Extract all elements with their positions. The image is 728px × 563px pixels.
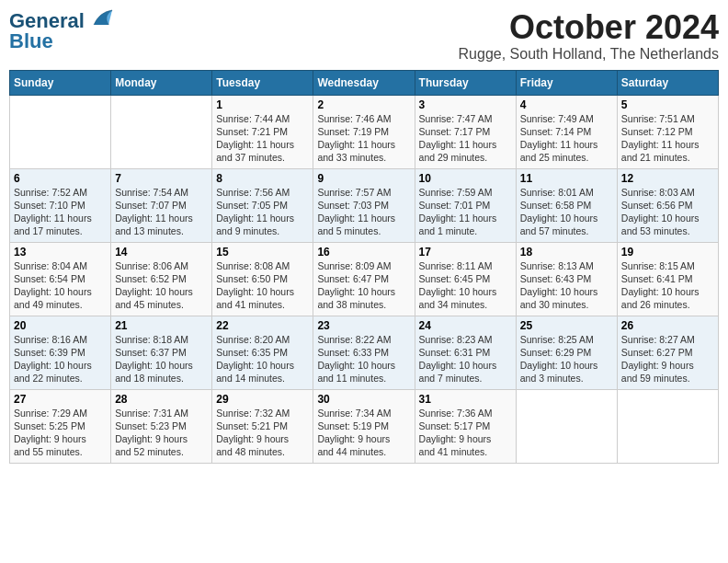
day-detail: Sunrise: 8:15 AMSunset: 6:41 PMDaylight:…: [621, 259, 714, 312]
day-detail: Sunrise: 7:56 AMSunset: 7:05 PMDaylight:…: [216, 186, 309, 238]
calendar-cell: [516, 389, 617, 463]
calendar-week-5: 27Sunrise: 7:29 AMSunset: 5:25 PMDayligh…: [10, 389, 719, 463]
day-number: 20: [14, 319, 107, 332]
day-number: 10: [419, 172, 512, 185]
calendar-cell: 5Sunrise: 7:51 AMSunset: 7:12 PMDaylight…: [617, 95, 718, 168]
day-detail: Sunrise: 7:52 AMSunset: 7:10 PMDaylight:…: [14, 186, 107, 238]
day-detail: Sunrise: 8:11 AMSunset: 6:45 PMDaylight:…: [419, 259, 512, 312]
calendar-cell: 26Sunrise: 8:27 AMSunset: 6:27 PMDayligh…: [617, 316, 718, 389]
location-subtitle: Rugge, South Holland, The Netherlands: [459, 46, 719, 63]
day-detail: Sunrise: 8:13 AMSunset: 6:43 PMDaylight:…: [520, 259, 613, 312]
weekday-header-wednesday: Wednesday: [313, 70, 415, 95]
day-number: 18: [520, 246, 613, 259]
weekday-header-thursday: Thursday: [415, 70, 516, 95]
day-number: 5: [621, 98, 714, 111]
calendar-cell: 15Sunrise: 8:08 AMSunset: 6:50 PMDayligh…: [212, 242, 313, 316]
logo: General Blue: [9, 9, 116, 53]
calendar-week-3: 13Sunrise: 8:04 AMSunset: 6:54 PMDayligh…: [10, 242, 719, 316]
day-number: 23: [317, 319, 410, 332]
day-detail: Sunrise: 8:16 AMSunset: 6:39 PMDaylight:…: [14, 333, 107, 385]
day-number: 11: [520, 172, 613, 185]
day-number: 13: [14, 246, 107, 259]
calendar-cell: 10Sunrise: 7:59 AMSunset: 7:01 PMDayligh…: [415, 168, 516, 242]
day-detail: Sunrise: 8:04 AMSunset: 6:54 PMDaylight:…: [14, 259, 107, 312]
calendar-cell: [10, 95, 111, 168]
calendar-cell: 16Sunrise: 8:09 AMSunset: 6:47 PMDayligh…: [313, 242, 415, 316]
day-detail: Sunrise: 8:08 AMSunset: 6:50 PMDaylight:…: [216, 259, 309, 312]
calendar-cell: 23Sunrise: 8:22 AMSunset: 6:33 PMDayligh…: [313, 316, 415, 389]
calendar-cell: 18Sunrise: 8:13 AMSunset: 6:43 PMDayligh…: [516, 242, 617, 316]
calendar-cell: 3Sunrise: 7:47 AMSunset: 7:17 PMDaylight…: [415, 95, 516, 168]
calendar-cell: 2Sunrise: 7:46 AMSunset: 7:19 PMDaylight…: [313, 95, 415, 168]
calendar-week-4: 20Sunrise: 8:16 AMSunset: 6:39 PMDayligh…: [10, 316, 719, 389]
day-number: 24: [419, 319, 512, 332]
day-number: 26: [621, 319, 714, 332]
day-detail: Sunrise: 8:20 AMSunset: 6:35 PMDaylight:…: [216, 333, 309, 385]
calendar-week-2: 6Sunrise: 7:52 AMSunset: 7:10 PMDaylight…: [10, 168, 719, 242]
calendar-cell: 24Sunrise: 8:23 AMSunset: 6:31 PMDayligh…: [415, 316, 516, 389]
day-number: 21: [115, 319, 208, 332]
weekday-header-sunday: Sunday: [10, 70, 111, 95]
day-detail: Sunrise: 8:09 AMSunset: 6:47 PMDaylight:…: [317, 259, 410, 312]
day-number: 4: [520, 98, 613, 111]
calendar-table: SundayMondayTuesdayWednesdayThursdayFrid…: [9, 70, 719, 464]
calendar-cell: 27Sunrise: 7:29 AMSunset: 5:25 PMDayligh…: [10, 389, 111, 463]
day-number: 30: [317, 393, 410, 406]
day-detail: Sunrise: 7:49 AMSunset: 7:14 PMDaylight:…: [520, 112, 613, 165]
weekday-header-row: SundayMondayTuesdayWednesdayThursdayFrid…: [10, 70, 719, 95]
calendar-cell: 19Sunrise: 8:15 AMSunset: 6:41 PMDayligh…: [617, 242, 718, 316]
day-number: 15: [216, 246, 309, 259]
day-number: 14: [115, 246, 208, 259]
logo-bird-icon: [86, 8, 116, 29]
calendar-cell: 28Sunrise: 7:31 AMSunset: 5:23 PMDayligh…: [111, 389, 212, 463]
calendar-cell: 30Sunrise: 7:34 AMSunset: 5:19 PMDayligh…: [313, 389, 415, 463]
day-detail: Sunrise: 7:47 AMSunset: 7:17 PMDaylight:…: [419, 112, 512, 165]
day-number: 2: [317, 98, 410, 111]
day-detail: Sunrise: 8:22 AMSunset: 6:33 PMDaylight:…: [317, 333, 410, 385]
calendar-cell: 8Sunrise: 7:56 AMSunset: 7:05 PMDaylight…: [212, 168, 313, 242]
calendar-cell: 11Sunrise: 8:01 AMSunset: 6:58 PMDayligh…: [516, 168, 617, 242]
calendar-cell: 14Sunrise: 8:06 AMSunset: 6:52 PMDayligh…: [111, 242, 212, 316]
calendar-cell: 9Sunrise: 7:57 AMSunset: 7:03 PMDaylight…: [313, 168, 415, 242]
day-detail: Sunrise: 7:29 AMSunset: 5:25 PMDaylight:…: [14, 407, 107, 459]
title-area: October 2024 Rugge, South Holland, The N…: [459, 9, 719, 63]
calendar-cell: [111, 95, 212, 168]
calendar-cell: 31Sunrise: 7:36 AMSunset: 5:17 PMDayligh…: [415, 389, 516, 463]
weekday-header-monday: Monday: [111, 70, 212, 95]
day-number: 6: [14, 172, 107, 185]
day-detail: Sunrise: 8:03 AMSunset: 6:56 PMDaylight:…: [621, 186, 714, 238]
day-detail: Sunrise: 7:34 AMSunset: 5:19 PMDaylight:…: [317, 407, 410, 459]
calendar-cell: 29Sunrise: 7:32 AMSunset: 5:21 PMDayligh…: [212, 389, 313, 463]
day-number: 29: [216, 393, 309, 406]
calendar-cell: 13Sunrise: 8:04 AMSunset: 6:54 PMDayligh…: [10, 242, 111, 316]
calendar-cell: 1Sunrise: 7:44 AMSunset: 7:21 PMDaylight…: [212, 95, 313, 168]
day-detail: Sunrise: 8:23 AMSunset: 6:31 PMDaylight:…: [419, 333, 512, 385]
day-number: 17: [419, 246, 512, 259]
day-number: 16: [317, 246, 410, 259]
calendar-cell: 21Sunrise: 8:18 AMSunset: 6:37 PMDayligh…: [111, 316, 212, 389]
day-detail: Sunrise: 7:46 AMSunset: 7:19 PMDaylight:…: [317, 112, 410, 165]
day-number: 3: [419, 98, 512, 111]
calendar-cell: [617, 389, 718, 463]
calendar-cell: 7Sunrise: 7:54 AMSunset: 7:07 PMDaylight…: [111, 168, 212, 242]
calendar-cell: 6Sunrise: 7:52 AMSunset: 7:10 PMDaylight…: [10, 168, 111, 242]
day-detail: Sunrise: 7:54 AMSunset: 7:07 PMDaylight:…: [115, 186, 208, 238]
day-detail: Sunrise: 8:25 AMSunset: 6:29 PMDaylight:…: [520, 333, 613, 385]
day-detail: Sunrise: 7:51 AMSunset: 7:12 PMDaylight:…: [621, 112, 714, 165]
day-number: 28: [115, 393, 208, 406]
calendar-header: SundayMondayTuesdayWednesdayThursdayFrid…: [10, 70, 719, 95]
day-detail: Sunrise: 8:27 AMSunset: 6:27 PMDaylight:…: [621, 333, 714, 385]
weekday-header-saturday: Saturday: [617, 70, 718, 95]
calendar-week-1: 1Sunrise: 7:44 AMSunset: 7:21 PMDaylight…: [10, 95, 719, 168]
day-number: 27: [14, 393, 107, 406]
day-detail: Sunrise: 7:36 AMSunset: 5:17 PMDaylight:…: [419, 407, 512, 459]
day-number: 8: [216, 172, 309, 185]
calendar-cell: 25Sunrise: 8:25 AMSunset: 6:29 PMDayligh…: [516, 316, 617, 389]
month-title: October 2024: [459, 9, 719, 46]
day-detail: Sunrise: 8:06 AMSunset: 6:52 PMDaylight:…: [115, 259, 208, 312]
day-detail: Sunrise: 7:31 AMSunset: 5:23 PMDaylight:…: [115, 407, 208, 459]
day-detail: Sunrise: 7:32 AMSunset: 5:21 PMDaylight:…: [216, 407, 309, 459]
calendar-cell: 17Sunrise: 8:11 AMSunset: 6:45 PMDayligh…: [415, 242, 516, 316]
day-number: 12: [621, 172, 714, 185]
day-detail: Sunrise: 8:01 AMSunset: 6:58 PMDaylight:…: [520, 186, 613, 238]
